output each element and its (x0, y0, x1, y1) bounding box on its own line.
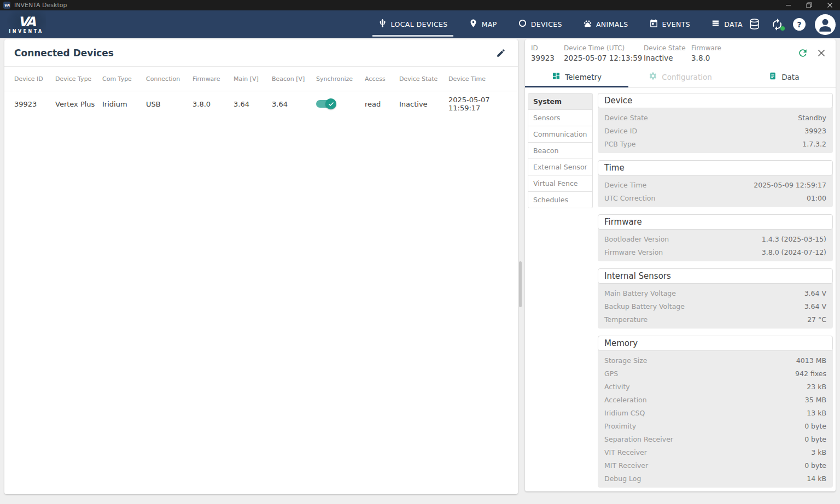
section-title: Time (598, 160, 833, 175)
tab-label: Telemetry (565, 73, 602, 81)
close-icon (816, 48, 826, 58)
help-icon[interactable]: ? (793, 18, 806, 31)
cell-synchronize (316, 100, 365, 108)
detail-row: Device StateStandby (604, 111, 826, 124)
sidebar-item-sensors[interactable]: Sensors (528, 110, 592, 126)
detail-header-field-device-time-utc-: Device Time (UTC)2025-05-07 12:13:59 (564, 44, 644, 67)
scrollbar-thumb[interactable] (519, 261, 522, 307)
close-panel-button[interactable] (816, 48, 826, 58)
nav-items: LOCAL DEVICESMAPDEVICESANIMALSEVENTSDATA (364, 10, 749, 38)
close-window-button[interactable] (819, 0, 840, 10)
section-title: Device (598, 93, 833, 108)
detail-row-label: PCB Type (604, 140, 636, 148)
field-label: Device State (644, 44, 691, 52)
usb-icon (378, 19, 387, 30)
cell-com-type: Iridium (102, 100, 146, 108)
edit-button[interactable] (496, 48, 506, 58)
detail-row-label: Temperature (604, 315, 648, 324)
avatar[interactable] (815, 14, 836, 35)
nav-item-animals[interactable]: ANIMALS (576, 10, 635, 38)
device-detail-panel: ID39923Device Time (UTC)2025-05-07 12:13… (525, 39, 836, 491)
detail-row-label: Proximity (604, 422, 636, 430)
detail-row-value: 0 byte (804, 435, 826, 443)
detail-row-value: 1.4.3 (2025-03-15) (762, 235, 826, 243)
nav-item-label: LOCAL DEVICES (391, 20, 448, 28)
detail-row-value: 39923 (804, 127, 826, 135)
sync-status-dot (780, 26, 785, 31)
synchronize-toggle[interactable] (316, 100, 335, 108)
sidebar-item-virtual-fence[interactable]: Virtual Fence (528, 175, 592, 192)
cell-connection: USB (146, 100, 192, 108)
paw-icon (583, 19, 592, 30)
restore-icon (806, 2, 812, 8)
app-icon: VA (3, 2, 10, 9)
brand-mark: VA (18, 15, 34, 28)
detail-row: Iridium CSQ13 kB (604, 406, 826, 419)
database-icon[interactable] (748, 17, 761, 31)
refresh-button[interactable] (797, 48, 808, 58)
sync-icon[interactable] (771, 18, 784, 31)
main-navbar: VA INVENTA LOCAL DEVICESMAPDEVICESANIMAL… (0, 10, 840, 38)
detail-row: Temperature27 °C (604, 313, 826, 326)
collar-icon (518, 19, 527, 30)
minimize-icon (785, 2, 791, 8)
window-controls (778, 0, 840, 10)
cell-device-state: Inactive (399, 100, 448, 108)
connected-devices-panel: Connected Devices Device IDDevice TypeCo… (4, 39, 518, 494)
column-header-main-v-: Main [V] (234, 75, 272, 83)
nav-item-data[interactable]: DATA (704, 10, 749, 38)
detail-row-value: 01:00 (807, 194, 826, 202)
tab-telemetry[interactable]: Telemetry (525, 67, 628, 87)
section-memory: MemoryStorage Size4013 MBGPS942 fixesAct… (598, 336, 833, 488)
column-header-device-state: Device State (399, 75, 448, 83)
window-titlebar: VA INVENTA Desktop (0, 0, 840, 10)
field-value: 3.8.0 (691, 52, 746, 63)
tab-data[interactable]: Data (732, 67, 836, 87)
maximize-button[interactable] (798, 0, 819, 10)
detail-row-value: Standby (798, 114, 826, 122)
devices-table-header: Device IDDevice TypeCom TypeConnectionFi… (4, 67, 518, 91)
detail-body: SystemSensorsCommunicationBeaconExternal… (525, 87, 836, 490)
nav-item-label: ANIMALS (596, 20, 628, 28)
field-label: Device Time (UTC) (564, 44, 644, 52)
nav-item-devices[interactable]: DEVICES (511, 10, 569, 38)
nav-item-events[interactable]: EVENTS (643, 10, 697, 38)
cell-beacon-v: 3.64 (272, 100, 316, 108)
column-header-com-type: Com Type (102, 75, 146, 83)
sidebar-item-schedules[interactable]: Schedules (528, 192, 592, 208)
section-rows: Device StateStandbyDevice ID39923PCB Typ… (598, 107, 833, 153)
detail-header: ID39923Device Time (UTC)2025-05-07 12:13… (525, 39, 836, 67)
nav-item-local-devices[interactable]: LOCAL DEVICES (371, 10, 454, 38)
minimize-button[interactable] (778, 0, 798, 10)
detail-row: Device ID39923 (604, 124, 826, 137)
sidebar-item-external-sensor[interactable]: External Sensor (528, 159, 592, 175)
devices-table-row[interactable]: 39923Vertex PlusIridiumUSB3.8.03.643.64r… (4, 91, 518, 116)
detail-row-label: Storage Size (604, 356, 648, 365)
column-header-access: Access (365, 75, 399, 83)
detail-row-value: 3.64 V (804, 302, 826, 310)
person-icon (816, 15, 835, 34)
dashboard-icon (552, 72, 561, 83)
table-icon (711, 19, 720, 30)
section-rows: Device Time2025-05-09 12:59:17UTC Correc… (598, 174, 833, 207)
tab-configuration[interactable]: Configuration (628, 67, 732, 87)
nav-utility-icons: ? (748, 10, 836, 38)
section-rows: Main Battery Voltage3.64 VBackup Battery… (598, 283, 833, 329)
cell-access: read (365, 100, 399, 108)
column-header-connection: Connection (146, 75, 192, 83)
detail-row-value: 23 kB (807, 383, 826, 391)
sidebar-item-system[interactable]: System (528, 93, 592, 110)
detail-row-label: Device State (604, 114, 648, 122)
nav-item-label: MAP (482, 20, 497, 28)
sidebar-item-beacon[interactable]: Beacon (528, 143, 592, 159)
detail-row-value: 3 kB (811, 448, 826, 456)
detail-row-label: VIT Receiver (604, 448, 647, 456)
detail-row: MIT Receiver0 byte (604, 459, 826, 472)
detail-row-value: 0 byte (804, 422, 826, 430)
detail-row-label: MIT Receiver (604, 461, 648, 470)
sidebar-item-communication[interactable]: Communication (528, 126, 592, 143)
brand-name: INVENTA (9, 29, 44, 34)
nav-item-map[interactable]: MAP (462, 10, 504, 38)
section-time: TimeDevice Time2025-05-09 12:59:17UTC Co… (598, 160, 833, 207)
section-title: Memory (598, 336, 833, 351)
